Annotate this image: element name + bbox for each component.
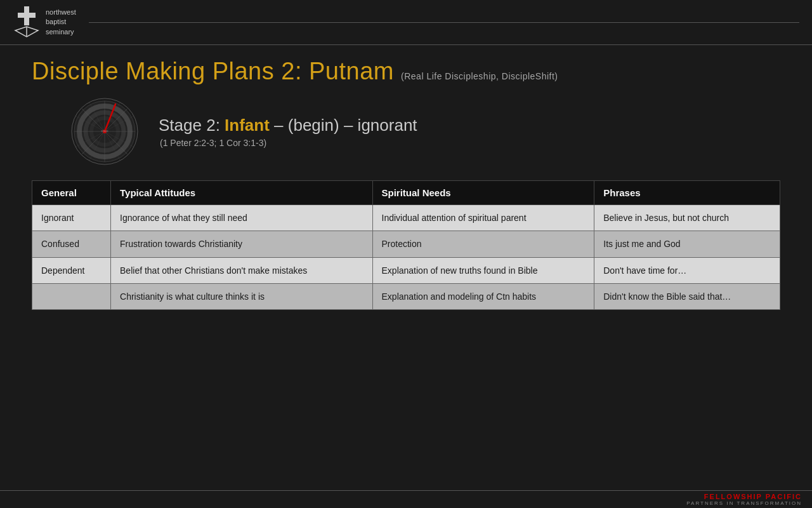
svg-text:STAGE: STAGE bbox=[101, 130, 108, 133]
page-title: Disciple Making Plans 2: Putnam (Real Li… bbox=[32, 58, 558, 84]
stage-extra: – (begin) – ignorant bbox=[274, 116, 417, 135]
fellowship-logo: fellowship pacific PARTNERS IN TRANSFORM… bbox=[686, 493, 802, 506]
cell-phrases-0: Believe in Jesus, but not church bbox=[594, 205, 780, 231]
title-text: Disciple Making Plans 2: Putnam bbox=[32, 58, 394, 84]
cell-phrases-1: Its just me and God bbox=[594, 231, 780, 257]
cell-attitudes-1: Frustration towards Christianity bbox=[111, 231, 372, 257]
stage-info: Stage 2: Infant – (begin) – ignorant (1 … bbox=[159, 116, 417, 148]
cell-needs-2: Explanation of new truths found in Bible bbox=[372, 257, 594, 283]
cell-needs-3: Explanation and modeling of Ctn habits bbox=[372, 283, 594, 309]
header: northwest baptist seminary bbox=[0, 0, 812, 45]
cell-general-0: Ignorant bbox=[32, 205, 111, 231]
table-row: Confused Frustration towards Christianit… bbox=[32, 231, 780, 257]
fellowship-sub: PARTNERS IN TRANSFORMATION bbox=[686, 500, 802, 506]
fellowship-name: fellowship pacific bbox=[686, 493, 802, 500]
table-header-row: General Typical Attitudes Spiritual Need… bbox=[32, 181, 780, 205]
cell-attitudes-2: Belief that other Christians don't make … bbox=[111, 257, 372, 283]
col-header-general: General bbox=[32, 181, 111, 205]
stage-section: STAGE Stage 2: Infant – (begin) – ignora… bbox=[70, 97, 780, 166]
data-table: General Typical Attitudes Spiritual Need… bbox=[32, 180, 780, 310]
cell-attitudes-3: Christianity is what culture thinks it i… bbox=[111, 283, 372, 309]
col-header-phrases: Phrases bbox=[594, 181, 780, 205]
table-row: Dependent Belief that other Christians d… bbox=[32, 257, 780, 283]
cell-phrases-3: Didn't know the Bible said that… bbox=[594, 283, 780, 309]
logo-area: northwest baptist seminary bbox=[13, 5, 76, 39]
logo-text: northwest baptist seminary bbox=[46, 8, 76, 37]
svg-rect-1 bbox=[18, 13, 36, 18]
cell-phrases-2: Don't have time for… bbox=[594, 257, 780, 283]
col-header-attitudes: Typical Attitudes bbox=[111, 181, 372, 205]
stage-reference: (1 Peter 2:2-3; 1 Cor 3:1-3) bbox=[160, 138, 417, 148]
cell-general-1: Confused bbox=[32, 231, 111, 257]
page-title-area: Disciple Making Plans 2: Putnam (Real Li… bbox=[32, 58, 780, 85]
stage-label: Stage 2: Infant – (begin) – ignorant bbox=[159, 116, 417, 135]
table-row: Christianity is what culture thinks it i… bbox=[32, 283, 780, 309]
page-subtitle: (Real Life Discipleship, DiscipleShift) bbox=[401, 71, 558, 81]
header-divider bbox=[89, 22, 799, 23]
cell-attitudes-0: Ignorance of what they still need bbox=[111, 205, 372, 231]
col-header-needs: Spiritual Needs bbox=[372, 181, 594, 205]
cell-general-3 bbox=[32, 283, 111, 309]
wheel-diagram: STAGE bbox=[70, 97, 140, 166]
bottom-bar: fellowship pacific PARTNERS IN TRANSFORM… bbox=[0, 490, 812, 508]
stage-name: Infant bbox=[225, 116, 270, 135]
cell-general-2: Dependent bbox=[32, 257, 111, 283]
cell-needs-0: Individual attention of spiritual parent bbox=[372, 205, 594, 231]
logo-icon bbox=[13, 5, 41, 39]
table-row: Ignorant Ignorance of what they still ne… bbox=[32, 205, 780, 231]
main-content: Disciple Making Plans 2: Putnam (Real Li… bbox=[0, 45, 812, 316]
cell-needs-1: Protection bbox=[372, 231, 594, 257]
stage-number: Stage 2: bbox=[159, 116, 220, 135]
